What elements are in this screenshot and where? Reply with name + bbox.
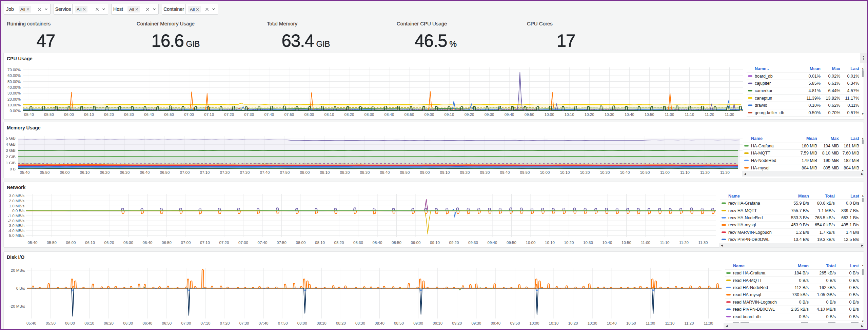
svg-text:georg-keller_db: georg-keller_db	[755, 110, 784, 115]
svg-text:07:50: 07:50	[277, 241, 287, 245]
svg-text:08:40: 08:40	[380, 170, 390, 174]
svg-text:5 GiB: 5 GiB	[6, 136, 16, 140]
svg-text:09:00: 09:00	[420, 170, 430, 174]
svg-text:10:20: 10:20	[568, 321, 578, 325]
svg-text:80.6 kB/s: 80.6 kB/s	[817, 201, 835, 206]
svg-text:08:30: 08:30	[355, 321, 365, 325]
svg-text:recv HA-Grafana: recv HA-Grafana	[728, 201, 760, 206]
svg-text:06:10: 06:10	[85, 241, 95, 245]
svg-text:0 B/s: 0 B/s	[826, 300, 836, 305]
svg-text:▶: ▶	[861, 325, 864, 328]
svg-text:06:00: 06:00	[60, 170, 70, 174]
svg-text:08:30: 08:30	[353, 241, 363, 245]
svg-text:08:50: 08:50	[394, 321, 404, 325]
svg-text:10:30: 10:30	[605, 112, 614, 117]
svg-text:09:10: 09:10	[445, 112, 454, 117]
svg-text:11:30: 11:30	[704, 321, 713, 325]
svg-text:06:20: 06:20	[104, 112, 114, 117]
svg-text:194 MiB: 194 MiB	[823, 144, 839, 148]
svg-text:Last: Last	[850, 66, 860, 71]
svg-text:10:50: 10:50	[640, 170, 650, 174]
svg-text:08:10: 08:10	[324, 112, 334, 117]
svg-text:0.62%: 0.62%	[828, 103, 840, 108]
svg-text:265 kB/s: 265 kB/s	[819, 271, 836, 275]
svg-text:1 GiB: 1 GiB	[6, 161, 16, 165]
svg-text:08:50: 08:50	[392, 241, 401, 245]
svg-text:4 GiB: 4 GiB	[6, 142, 16, 146]
svg-text:663.1 B/s: 663.1 B/s	[841, 215, 859, 220]
svg-text:09:40: 09:40	[491, 321, 500, 325]
svg-text:09:50: 09:50	[507, 241, 516, 245]
svg-text:20.00%: 20.00%	[7, 97, 21, 101]
svg-text:Name: Name	[733, 264, 745, 268]
svg-text:06:00: 06:00	[65, 321, 75, 325]
svg-text:recv HA-mysql: recv HA-mysql	[728, 223, 756, 227]
svg-text:08:40: 08:40	[375, 321, 384, 325]
svg-text:06:10: 06:10	[84, 112, 94, 117]
svg-text:-5.0 MB/s: -5.0 MB/s	[8, 233, 24, 238]
svg-text:08:40: 08:40	[373, 241, 382, 245]
svg-text:▶: ▶	[861, 244, 864, 247]
svg-text:08:40: 08:40	[384, 112, 394, 117]
svg-text:5.85%: 5.85%	[809, 81, 821, 86]
svg-text:3.0 MB/s: 3.0 MB/s	[9, 194, 25, 198]
svg-text:11:00: 11:00	[646, 321, 655, 325]
svg-text:▲: ▲	[862, 67, 864, 70]
svg-text:09:50: 09:50	[525, 112, 534, 117]
svg-text:▶: ▶	[861, 172, 864, 176]
svg-text:08:20: 08:20	[340, 170, 350, 174]
svg-text:10:10: 10:10	[545, 241, 555, 245]
svg-text:0 B/s: 0 B/s	[826, 314, 836, 319]
svg-text:112 B/s: 112 B/s	[795, 285, 809, 290]
svg-text:0.0 B/s: 0.0 B/s	[846, 201, 859, 206]
svg-text:755.7 B/s: 755.7 B/s	[791, 208, 809, 213]
svg-text:08:30: 08:30	[364, 112, 374, 117]
svg-text:07:10: 07:10	[201, 321, 211, 325]
svg-text:11:00: 11:00	[660, 170, 670, 174]
svg-text:06:50: 06:50	[162, 241, 172, 245]
svg-text:839.7 B/s: 839.7 B/s	[841, 208, 859, 213]
svg-text:Max: Max	[832, 66, 840, 71]
svg-text:10.00%: 10.00%	[7, 103, 21, 107]
svg-text:08:20: 08:20	[344, 112, 354, 117]
svg-text:10:10: 10:10	[549, 321, 559, 325]
svg-text:07:20: 07:20	[219, 241, 229, 245]
svg-text:0 B/s: 0 B/s	[799, 278, 809, 283]
svg-text:HA-mysql: HA-mysql	[751, 166, 769, 170]
svg-text:10:50: 10:50	[622, 241, 631, 245]
svg-text:6.44%: 6.44%	[828, 88, 840, 93]
svg-text:Total: Total	[826, 264, 836, 268]
svg-text:05:50: 05:50	[47, 241, 57, 245]
svg-text:6.34%: 6.34%	[847, 81, 859, 86]
svg-text:30.00%: 30.00%	[7, 91, 21, 95]
svg-text:10:40: 10:40	[620, 170, 630, 174]
svg-text:07:10: 07:10	[200, 241, 210, 245]
svg-text:09:00: 09:00	[413, 321, 423, 325]
svg-text:11:20: 11:20	[684, 321, 694, 325]
svg-text:804 MiB: 804 MiB	[802, 166, 817, 170]
svg-text:07:00: 07:00	[184, 112, 194, 117]
svg-text:07:50: 07:50	[284, 112, 294, 117]
svg-text:2.0 MB/s: 2.0 MB/s	[9, 199, 25, 203]
svg-text:09:00: 09:00	[411, 241, 421, 245]
svg-text:60.00%: 60.00%	[7, 74, 21, 78]
svg-text:recv HA-MQTT: recv HA-MQTT	[728, 208, 757, 213]
svg-text:0.01%: 0.01%	[809, 74, 821, 79]
svg-text:Name: Name	[728, 194, 740, 199]
svg-text:09:20: 09:20	[460, 170, 470, 174]
svg-text:◀: ◀	[726, 325, 728, 328]
svg-text:162 kB/s: 162 kB/s	[819, 285, 836, 290]
svg-text:read MARVIN-Logbuch: read MARVIN-Logbuch	[733, 300, 777, 305]
svg-text:11:10: 11:10	[680, 170, 690, 174]
svg-text:1.0 MB/s: 1.0 MB/s	[9, 204, 25, 208]
svg-text:Mean: Mean	[806, 136, 817, 141]
svg-text:10:10: 10:10	[565, 112, 574, 117]
svg-text:4.57%: 4.57%	[847, 88, 859, 93]
svg-text:board_db: board_db	[755, 74, 773, 79]
svg-text:07:00: 07:00	[181, 241, 191, 245]
svg-text:11:30: 11:30	[720, 170, 730, 174]
svg-text:07:30: 07:30	[239, 321, 249, 325]
svg-text:13.4 B/s: 13.4 B/s	[793, 237, 809, 242]
svg-text:-2.0 MB/s: -2.0 MB/s	[8, 219, 24, 223]
svg-text:07:10: 07:10	[204, 112, 214, 117]
